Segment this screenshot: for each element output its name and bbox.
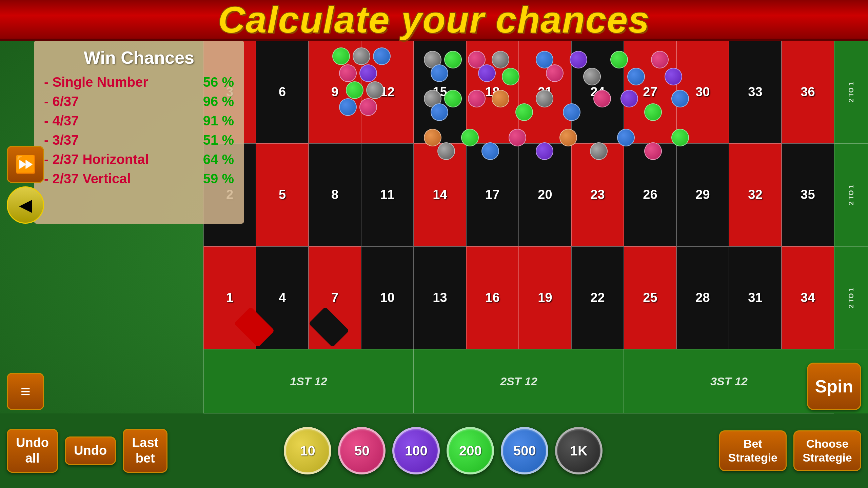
number-grid[interactable]: 3 6 9 12 15 18 21 24 27 30 33 36 2 5 8 1… <box>203 41 834 349</box>
chip-50-value: 50 <box>354 443 370 459</box>
roulette-table[interactable]: 3 6 9 12 15 18 21 24 27 30 33 36 2 5 8 1… <box>203 41 868 413</box>
tc-55 <box>536 142 553 160</box>
table-chip-4 <box>339 64 357 82</box>
tc-33 <box>468 90 486 107</box>
bet-strategie-label: BetStrategie <box>728 437 778 464</box>
tc-37 <box>563 103 580 121</box>
spin-button[interactable]: Spin <box>807 363 861 410</box>
chance-label-2-37-v: - 2/37 Vertical <box>44 171 131 186</box>
cell-11[interactable]: 11 <box>361 143 414 246</box>
table-chip-8 <box>339 98 357 116</box>
chip-100[interactable]: 100 <box>392 427 440 474</box>
back-icon: ◀ <box>19 195 32 215</box>
cell-8[interactable]: 8 <box>309 143 361 246</box>
tc-52 <box>461 129 479 146</box>
undo-label: Undo <box>74 443 107 458</box>
chip-1k-value: 1K <box>570 443 588 459</box>
cell-33[interactable]: 33 <box>729 41 782 143</box>
tc-12 <box>431 64 448 82</box>
tc-38 <box>593 90 611 107</box>
chance-value-3-37: 51 % <box>203 133 234 148</box>
cell-32[interactable]: 32 <box>729 143 782 246</box>
tc-57 <box>590 142 608 160</box>
win-chances-title: Win Chances <box>44 47 234 68</box>
undo-all-button[interactable]: Undoall <box>7 429 58 472</box>
cell-29[interactable]: 29 <box>676 143 729 246</box>
tc-59 <box>644 142 662 160</box>
chip-500[interactable]: 500 <box>501 427 548 474</box>
section-1st12[interactable]: 1ST 12 <box>203 349 414 413</box>
back-button[interactable]: ◀ <box>7 186 44 224</box>
cell-6[interactable]: 6 <box>256 41 309 143</box>
cell-28[interactable]: 28 <box>676 246 729 349</box>
section-3st12[interactable]: 3ST 12 <box>624 349 834 413</box>
choose-strategie-button[interactable]: ChooseStrategie <box>793 430 861 471</box>
cell-34[interactable]: 34 <box>782 246 834 349</box>
table-chip-5 <box>359 64 377 82</box>
header-banner: Calculate your chances <box>0 0 868 41</box>
bet-strategie-button[interactable]: BetStrategie <box>719 430 787 471</box>
cell-5[interactable]: 5 <box>256 143 309 246</box>
chip-1k[interactable]: 1K <box>555 427 603 474</box>
chip-200-value: 200 <box>459 443 482 459</box>
cell-13[interactable]: 13 <box>414 246 466 349</box>
chip-10[interactable]: 10 <box>284 427 331 474</box>
2-to-1-top[interactable]: 2 TO 1 <box>834 41 868 143</box>
tc-11 <box>444 51 462 68</box>
header-title: Calculate your chances <box>218 0 650 41</box>
bottom-sections[interactable]: 1ST 12 2ST 12 3ST 12 <box>203 349 834 413</box>
tc-19 <box>570 51 587 68</box>
tc-16 <box>502 68 519 85</box>
choose-strategie-label: ChooseStrategie <box>803 437 852 464</box>
tc-54 <box>509 129 526 146</box>
cell-14[interactable]: 14 <box>414 143 466 246</box>
2-to-1-bot[interactable]: 2 TO 1 <box>834 246 868 349</box>
chip-200[interactable]: 200 <box>447 427 494 474</box>
chip-500-value: 500 <box>513 443 536 459</box>
tc-32 <box>431 103 448 121</box>
table-chip-7 <box>366 81 384 99</box>
tc-40 <box>644 103 662 121</box>
menu-icon: ≡ <box>20 382 30 401</box>
tc-39 <box>620 90 638 107</box>
fast-forward-button[interactable]: ⏩ <box>7 146 44 183</box>
right-sections[interactable]: 2 TO 1 2 TO 1 2 TO 1 <box>834 41 868 349</box>
cell-16[interactable]: 16 <box>466 246 519 349</box>
cell-36[interactable]: 36 <box>782 41 834 143</box>
tc-24 <box>665 68 682 85</box>
chip-50[interactable]: 50 <box>338 427 386 474</box>
cell-19[interactable]: 19 <box>519 246 571 349</box>
tc-60 <box>671 129 689 146</box>
tc-20 <box>583 68 601 85</box>
cell-10[interactable]: 10 <box>361 246 414 349</box>
chance-label-single: - Single Number <box>44 75 148 90</box>
tc-51 <box>437 142 455 160</box>
tc-53 <box>481 142 499 160</box>
tc-34 <box>492 90 509 107</box>
table-chip-3 <box>373 47 391 65</box>
cell-22[interactable]: 22 <box>571 246 624 349</box>
last-bet-button[interactable]: Lastbet <box>123 429 167 472</box>
chance-label-3-37: - 3/37 <box>44 133 79 148</box>
chance-value-2-37-h: 64 % <box>203 152 234 167</box>
left-controls[interactable]: ⏩ ◀ <box>7 146 44 224</box>
table-chip-9 <box>359 98 377 116</box>
2-to-1-mid[interactable]: 2 TO 1 <box>834 143 868 246</box>
chance-row-3-37: - 3/37 51 % <box>44 133 234 148</box>
cell-31[interactable]: 31 <box>729 246 782 349</box>
cell-25[interactable]: 25 <box>624 246 676 349</box>
cell-35[interactable]: 35 <box>782 143 834 246</box>
chance-value-2-37-v: 59 % <box>203 171 234 186</box>
menu-button[interactable]: ≡ <box>7 373 44 410</box>
chip-10-value: 10 <box>300 443 315 459</box>
tc-41 <box>671 90 689 107</box>
tc-56 <box>559 129 577 146</box>
fast-forward-icon: ⏩ <box>15 155 36 174</box>
last-bet-label: Lastbet <box>132 435 158 465</box>
bottom-bar: Undoall Undo Lastbet 10 50 100 200 500 1… <box>0 413 868 488</box>
chance-label-4-37: - 4/37 <box>44 113 79 128</box>
tc-22 <box>627 68 645 85</box>
undo-button[interactable]: Undo <box>65 436 116 465</box>
chance-row-6-37: - 6/37 96 % <box>44 94 234 109</box>
section-2st12[interactable]: 2ST 12 <box>414 349 624 413</box>
